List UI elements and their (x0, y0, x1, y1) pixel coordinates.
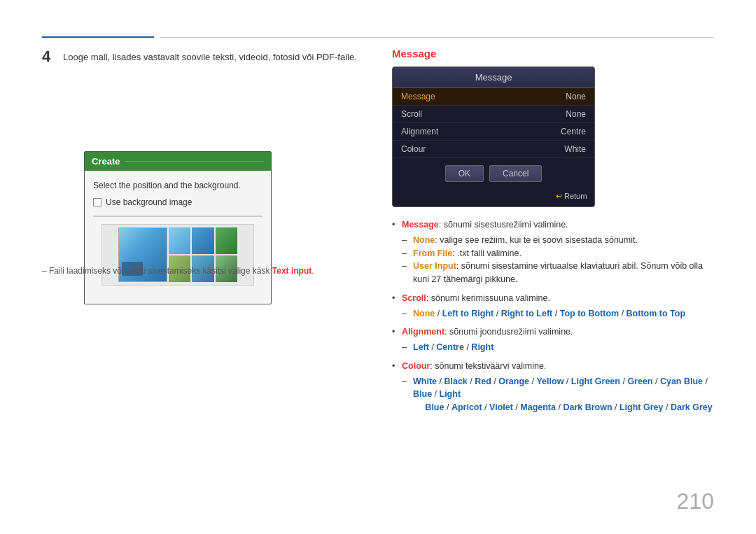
desc-alignment: Alignment: sõnumi joondusrežiimi valimin… (392, 325, 714, 354)
colour-darkbrown: Dark Brown (563, 402, 612, 412)
desc-scroll-bold: Scroll (402, 293, 426, 303)
divider (93, 216, 262, 217)
message-dialog-header: Message (393, 67, 594, 88)
colour-lightgreen: Light Green (571, 377, 620, 386)
thumb-3 (216, 227, 237, 254)
desc-colour: Colour: sõnumi tekstiväärvi valimine. Wh… (392, 360, 714, 414)
colour-sep10: / (444, 402, 451, 412)
thumb-1 (169, 227, 190, 254)
top-rules (42, 36, 714, 38)
colour-sep5: / (564, 377, 570, 386)
msg-cancel-button[interactable]: Cancel (489, 165, 542, 182)
bottom-note: – Faili laadimiseks või teksti sisestami… (42, 266, 314, 276)
colour-sep12: / (513, 402, 520, 412)
desc-align-left: Left (413, 342, 429, 352)
desc-colour-options: White / Black / Red / Orange / Yellow / … (402, 375, 714, 414)
create-header-line (125, 161, 264, 162)
desc-scroll-none: None (413, 309, 435, 318)
msg-value-alignment: Centre (561, 127, 586, 136)
desc-scroll-sep3: / (552, 309, 559, 318)
desc-align-sep2: / (464, 342, 471, 352)
bottom-note-prefix: – Faili laadimiseks või teksti sisestami… (42, 266, 270, 276)
desc-colour-text: : sõnumi tekstiväärvi valimine. (430, 361, 546, 371)
colour-sep7: / (653, 377, 660, 386)
desc-alignment-subitems: Left / Centre / Right (402, 341, 714, 354)
desc-scroll-rtl: Right to Left (501, 309, 553, 318)
colour-sep2: / (468, 377, 475, 386)
colour-sep3: / (491, 377, 498, 386)
desc-scroll-sep4: / (619, 309, 626, 318)
rule-gray (160, 37, 714, 38)
colour-cyanblue: Cyan Blue (660, 377, 703, 386)
msg-value-message: None (566, 92, 586, 101)
colour-red: Red (475, 377, 491, 386)
desc-message-bold: Message (402, 220, 439, 230)
checkbox-background-image[interactable] (93, 198, 102, 206)
colour-sep14: / (612, 402, 620, 412)
thumb-2 (192, 227, 214, 254)
msg-label-message: Message (401, 92, 435, 101)
page-number: 210 (677, 489, 714, 514)
create-body: Select the position and the background. … (85, 171, 271, 304)
desc-alignment-options: Left / Centre / Right (402, 341, 714, 354)
desc-colour-bold: Colour (402, 361, 430, 371)
desc-message: Message: sõnumi sisestusrežiimi valimine… (392, 218, 714, 286)
description-list: Message: sõnumi sisestusrežiimi valimine… (392, 218, 714, 414)
return-label: Return (564, 192, 587, 200)
rule-blue (42, 36, 154, 38)
desc-scroll-subitems: None / Left to Right / Right to Left / T… (402, 307, 714, 321)
return-arrow-icon: ↩ (556, 192, 562, 200)
msg-label-colour: Colour (401, 144, 426, 154)
colour-white: White (413, 377, 437, 386)
colour-sep8: / (703, 377, 708, 386)
create-panel: Create Select the position and the backg… (84, 151, 272, 304)
colour-magenta: Magenta (520, 402, 556, 412)
colour-apricot: Apricot (451, 402, 482, 412)
msg-row-colour: Colour White (393, 141, 594, 158)
desc-fromfile: From File: .txt faili valimine. (402, 247, 714, 260)
create-title: Create (92, 156, 120, 167)
desc-colour-subitems: White / Black / Red / Orange / Yellow / … (402, 375, 714, 414)
step-text: Looge mall, lisades vastavalt soovile te… (63, 52, 357, 62)
desc-userinput-text: : sõnumi sisestamine virtuaalse klaviatu… (413, 261, 703, 284)
colour-green: Green (627, 377, 652, 386)
colour-sep6: / (620, 377, 627, 386)
message-section: Message Message Message None Scroll None… (392, 48, 714, 420)
desc-scroll-options: None / Left to Right / Right to Left / T… (402, 307, 714, 321)
desc-scroll-ttb: Top to Bottom (560, 309, 619, 318)
desc-alignment-text: : sõnumi joondusrežiimi valimine. (444, 327, 573, 337)
message-title: Message (392, 48, 714, 59)
desc-none-bold: None (413, 235, 435, 245)
msg-return: ↩ Return (393, 189, 594, 206)
colour-sep15: / (664, 402, 671, 412)
colour-sep9: / (432, 389, 439, 399)
colour-lightgrey: Light Grey (620, 402, 664, 412)
colour-yellow: Yellow (536, 377, 564, 386)
checkbox-row: Use background image (93, 197, 262, 207)
checkbox-label: Use background image (106, 197, 192, 207)
create-body-text: Select the position and the background. (93, 181, 262, 190)
msg-ok-button[interactable]: OK (445, 165, 484, 182)
desc-scroll-sep2: / (493, 309, 500, 318)
msg-value-colour: White (564, 144, 586, 154)
desc-scroll-sep1: / (435, 309, 442, 318)
create-header: Create (85, 152, 271, 171)
text-input-link[interactable]: Text input (272, 266, 312, 276)
colour-sep13: / (556, 402, 563, 412)
desc-scroll-ltr: Left to Right (442, 309, 494, 318)
desc-scroll-btt: Bottom to Top (626, 309, 685, 318)
desc-alignment-bold: Alignment (402, 327, 444, 337)
msg-label-scroll: Scroll (401, 109, 422, 119)
desc-fromfile-text: : .txt faili valimine. (452, 248, 522, 258)
bottom-note-suffix: . (312, 266, 314, 276)
colour-violet: Violet (489, 402, 513, 412)
step-number: 4 (42, 48, 50, 66)
msg-value-scroll: None (566, 109, 586, 119)
msg-row-scroll: Scroll None (393, 106, 594, 123)
msg-label-alignment: Alignment (401, 127, 438, 136)
colour-sep11: / (482, 402, 489, 412)
colour-orange: Orange (498, 377, 529, 386)
msg-buttons: OK Cancel (393, 158, 594, 189)
desc-scroll-text: : sõnumi kerimissuuna valimine. (426, 293, 550, 303)
thumbnail-area (102, 224, 254, 286)
